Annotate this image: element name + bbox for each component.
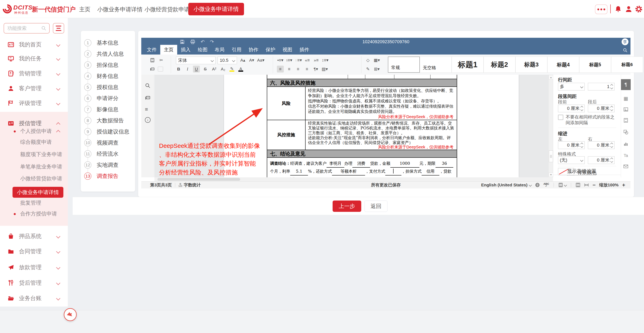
spacing-after-input[interactable]: 0 厘米 (588, 105, 614, 112)
horizontal-scroll-thumb[interactable] (158, 178, 240, 181)
vertical-scroll-thumb[interactable] (549, 150, 553, 162)
blank-customer[interactable]: 李明月 (326, 160, 344, 168)
sidebar-item-ledger[interactable]: 业务台账 (0, 291, 68, 305)
blank-term[interactable]: 36 (436, 160, 453, 168)
sidebar-item-rating[interactable]: 评级管理 (0, 96, 68, 110)
shading-icon[interactable]: ▨▾ (321, 66, 328, 73)
subscript-icon[interactable]: A₂ (220, 66, 226, 73)
document-vertical-scrollbar[interactable]: ▲ ▼ (548, 75, 553, 177)
submenu-item-approval-mgmt[interactable]: 批复管理 (20, 199, 41, 206)
font-size-select[interactable]: 10.5 (218, 57, 237, 64)
search-icon[interactable] (41, 26, 46, 31)
decrease-font-icon[interactable]: A▾ (248, 57, 255, 64)
style-heading1[interactable]: 标题1 (452, 57, 484, 73)
image-panel-icon[interactable] (621, 105, 631, 114)
strikethrough-icon[interactable]: S (202, 66, 209, 73)
sidebar-item-post-loan[interactable]: 贷后管理 (0, 276, 68, 290)
step-1[interactable]: 1基本信息 (81, 39, 135, 47)
submenu-item-single-batch[interactable]: 单笔单批业务申请 (20, 163, 62, 170)
floating-send-button[interactable] (64, 308, 77, 321)
align-center-icon[interactable]: ≡ (286, 66, 293, 73)
sidebar-item-my-home[interactable]: 我的首页 (0, 38, 68, 52)
tab-home[interactable]: 主页 (160, 45, 177, 55)
bold-icon[interactable]: B (175, 66, 182, 73)
clear-format-icon[interactable]: ◇ (364, 57, 371, 64)
fit-page-icon[interactable] (576, 183, 580, 187)
word-count-label[interactable]: 字数统计 (184, 182, 201, 188)
mail-merge-panel-icon[interactable] (621, 162, 631, 171)
select-icon[interactable] (158, 67, 163, 72)
blank-rate[interactable]: 5.1 (290, 168, 308, 175)
step-9[interactable]: 9授信建议信息 (81, 128, 135, 135)
sidebar-item-collateral[interactable]: 押品系统 (0, 229, 68, 243)
collaborator-avatar[interactable]: 李 (622, 38, 628, 45)
user-icon[interactable] (625, 5, 632, 13)
font-color-icon[interactable]: A (237, 66, 244, 73)
multilevel-list-icon[interactable]: ⋮≡▾ (295, 57, 302, 64)
submenu-item-comprehensive-limit[interactable]: 综合额度申请 (20, 139, 52, 146)
cut-icon[interactable]: ✂ (158, 57, 165, 64)
format-painter-icon[interactable]: ✎ (364, 66, 371, 73)
header-tab-detail-active[interactable]: 小微业务申请详情 (188, 3, 244, 15)
bullet-list-icon[interactable]: •≡▾ (277, 57, 284, 64)
tab-collaboration[interactable]: 协作 (245, 45, 262, 55)
blank-amount[interactable]: 1000 (390, 160, 420, 168)
style-heading5[interactable]: 标题5 (579, 57, 611, 73)
document-page[interactable]: 六、风险及风控措施 风险 经营风险：小微企业市场竞争力弱，易受行业波动（如政策变… (224, 75, 519, 177)
numbered-list-icon[interactable]: 1≡▾ (286, 57, 293, 64)
border-icon[interactable]: ⊞▾ (373, 66, 380, 73)
tab-draw[interactable]: 绘图 (194, 45, 211, 55)
header-tab-home[interactable]: 主页 (79, 6, 90, 13)
scroll-up-icon[interactable]: ▲ (549, 75, 553, 80)
tab-insert[interactable]: 插入 (177, 45, 194, 55)
submenu-item-micro-biz-detail-active[interactable]: 小微业务申请详情 (12, 187, 63, 198)
advanced-settings-link[interactable]: 显示高级设置 (567, 168, 596, 175)
step-5[interactable]: 5授权信息 (81, 84, 135, 91)
line-spacing-select[interactable]: 多 (558, 83, 585, 91)
highlight-color-icon[interactable]: ✎ (228, 66, 235, 73)
special-format-select[interactable]: (无) (558, 156, 585, 164)
paste-icon[interactable] (149, 57, 156, 64)
sidebar-item-disbursement[interactable]: 放款管理 (0, 260, 68, 274)
table-panel-icon[interactable]: ▦ (621, 94, 631, 103)
sidebar-item-marketing[interactable]: 营销管理 (0, 67, 68, 81)
info-icon[interactable]: i (145, 117, 150, 123)
back-button[interactable]: 返回 (364, 201, 388, 212)
blank-loan-type[interactable]: 消费 (352, 160, 370, 168)
previous-step-button[interactable]: 上一步 (332, 201, 361, 212)
scroll-down-icon[interactable]: ▼ (549, 172, 553, 177)
language-selector[interactable]: English (United States) (481, 183, 532, 187)
header-tab-loan-apply[interactable]: 小微经营贷款申请 (144, 6, 190, 13)
style-heading4[interactable]: 标题4 (547, 57, 579, 73)
tab-protect[interactable]: 保护 (262, 45, 279, 55)
chart-panel-icon[interactable] (621, 139, 631, 148)
spacing-before-input[interactable]: 0 厘米 (558, 105, 585, 112)
line-spacing-icon[interactable]: ↕≡▾ (322, 57, 328, 64)
step-7[interactable]: 7影像信息 (81, 106, 135, 113)
step-3[interactable]: 3担保信息 (81, 61, 135, 69)
tab-plugins[interactable]: 插件 (296, 45, 313, 55)
tab-file[interactable]: 文件 (143, 45, 160, 55)
increase-font-icon[interactable]: A▴ (239, 57, 246, 64)
submenu-item-under-limit[interactable]: 额度项下业务申请 (20, 151, 62, 158)
zoom-out-icon[interactable]: − (592, 182, 596, 188)
menu-collapse-button[interactable] (53, 23, 64, 34)
sidebar-item-contracts[interactable]: 合同管理 (0, 244, 68, 258)
save-icon[interactable] (180, 39, 185, 45)
superscript-icon[interactable]: A² (211, 66, 218, 73)
text-art-panel-icon[interactable]: Ta (621, 151, 631, 160)
style-heading2[interactable]: 标题2 (484, 57, 516, 73)
document-horizontal-scrollbar[interactable] (154, 177, 553, 181)
headings-icon[interactable]: ≡ (145, 106, 148, 113)
step-4[interactable]: 4财务信息 (81, 73, 135, 80)
submenu-item-micro-loan-apply[interactable]: 小微经营贷款申请 (20, 175, 62, 182)
style-heading3[interactable]: 标题3 (516, 57, 547, 73)
step-2[interactable]: 2共借人信息 (81, 50, 135, 58)
change-case-icon[interactable]: Aa▾ (257, 57, 264, 64)
track-changes-icon[interactable] (558, 183, 566, 187)
step-12[interactable]: 12实地调查 (81, 161, 135, 169)
font-name-select[interactable]: 宋体 (176, 57, 216, 64)
shading-color-icon[interactable]: ▦▾ (373, 57, 380, 64)
step-6[interactable]: 6申请评分 (81, 95, 135, 102)
print-icon[interactable] (190, 39, 195, 45)
